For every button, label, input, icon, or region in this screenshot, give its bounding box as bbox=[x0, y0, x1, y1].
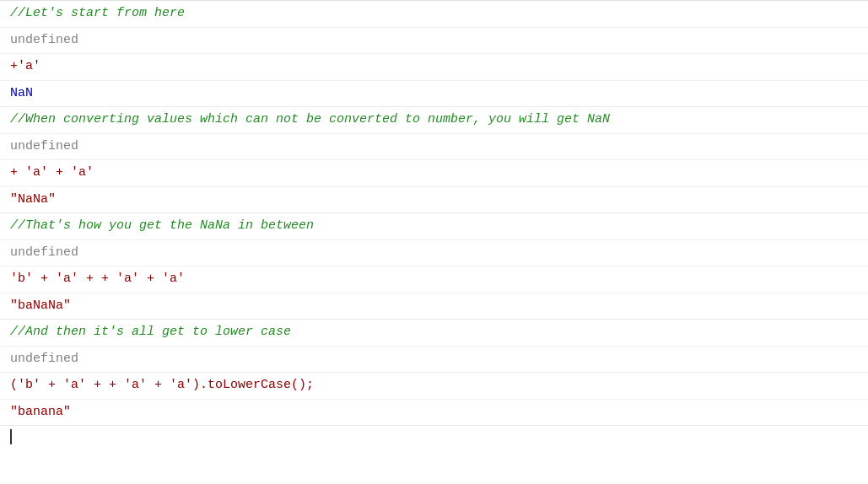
console-row: //Let's start from here bbox=[0, 1, 868, 28]
console-row: + 'a' + 'a' bbox=[0, 160, 868, 187]
code-input: ('b' + 'a' + + 'a' + 'a').toLowerCase(); bbox=[10, 378, 314, 392]
undefined-text: undefined bbox=[10, 245, 78, 260]
console-group-4: //And then it's all get to lower case un… bbox=[0, 320, 868, 426]
comment-text: //That's how you get the NaNa in between bbox=[10, 218, 314, 233]
console-row: undefined bbox=[0, 240, 868, 267]
console-row: //And then it's all get to lower case bbox=[0, 320, 868, 347]
undefined-text: undefined bbox=[10, 33, 78, 47]
console-group-1: //Let's start from here undefined +'a' N… bbox=[0, 1, 868, 107]
result-string: "NaNa" bbox=[10, 192, 56, 207]
console-row: "NaNa" bbox=[0, 187, 868, 213]
comment-text: //And then it's all get to lower case bbox=[10, 325, 291, 339]
console-row: undefined bbox=[0, 134, 868, 161]
code-input: +'a' bbox=[10, 59, 40, 73]
console-group-2: //When converting values which can not b… bbox=[0, 107, 868, 213]
undefined-text: undefined bbox=[10, 139, 78, 153]
code-input: 'b' + 'a' + + 'a' + 'a' bbox=[10, 272, 185, 286]
console-row: //When converting values which can not b… bbox=[0, 107, 868, 134]
comment-text: //Let's start from here bbox=[10, 6, 185, 20]
text-cursor bbox=[10, 429, 12, 444]
comment-text: //When converting values which can not b… bbox=[10, 112, 610, 126]
cursor-row[interactable] bbox=[0, 426, 868, 448]
console-container: //Let's start from here undefined +'a' N… bbox=[0, 0, 868, 448]
console-row: +'a' bbox=[0, 54, 868, 81]
result-nan: NaN bbox=[10, 86, 33, 100]
undefined-text: undefined bbox=[10, 352, 78, 366]
console-row: undefined bbox=[0, 28, 868, 55]
console-row: "baNaNa" bbox=[0, 293, 868, 320]
console-row: //That's how you get the NaNa in between bbox=[0, 213, 868, 240]
console-row: undefined bbox=[0, 347, 868, 374]
console-row: NaN bbox=[0, 81, 868, 107]
code-input: + 'a' + 'a' bbox=[10, 165, 94, 180]
console-group-3: //That's how you get the NaNa in between… bbox=[0, 213, 868, 320]
console-row: ('b' + 'a' + + 'a' + 'a').toLowerCase(); bbox=[0, 373, 868, 400]
console-row: "banana" bbox=[0, 400, 868, 426]
result-string: "banana" bbox=[10, 405, 71, 419]
console-row: 'b' + 'a' + + 'a' + 'a' bbox=[0, 266, 868, 293]
result-string: "baNaNa" bbox=[10, 298, 71, 313]
